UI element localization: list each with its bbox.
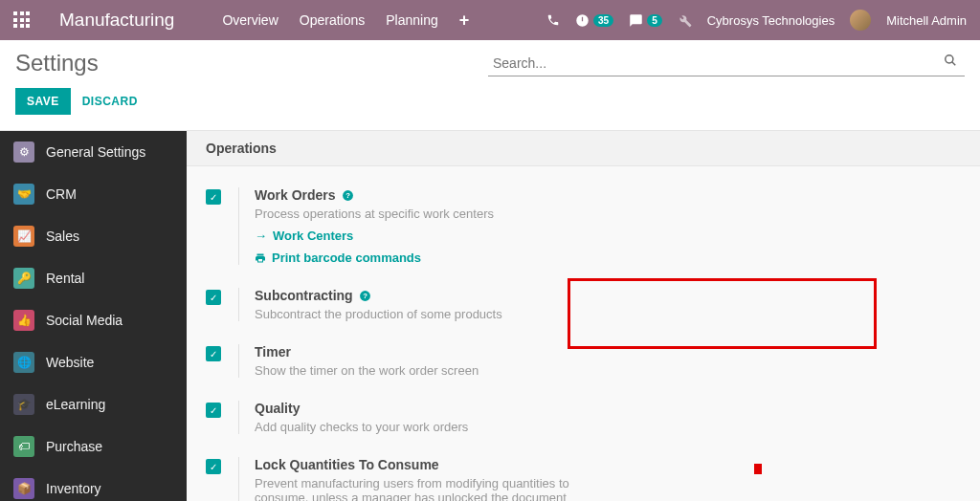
setting-desc: Prevent manufacturing users from modifyi…: [255, 476, 579, 501]
save-button[interactable]: SAVE: [15, 88, 71, 115]
help-icon[interactable]: ?: [359, 290, 371, 302]
nav-planning[interactable]: Planning: [386, 12, 438, 28]
setting-subcontracting: ✓ Subcontracting ? Subcontract the produ…: [206, 276, 589, 333]
sidebar-item-label: Inventory: [46, 481, 101, 496]
setting-desc: Process operations at specific work cent…: [255, 207, 494, 221]
activities-icon[interactable]: 35: [575, 13, 613, 28]
sidebar-item-label: eLearning: [46, 397, 105, 412]
link-print-barcode[interactable]: Print barcode commands: [255, 250, 494, 265]
svg-point-0: [946, 54, 953, 62]
sidebar-item-label: Sales: [46, 229, 79, 244]
settings-grid: ✓ Work Orders ? Process operations at sp…: [187, 166, 980, 501]
thumbs-up-icon: 👍: [13, 310, 34, 331]
settings-sidebar: ⚙ General Settings 🤝 CRM 📈 Sales 🔑 Renta…: [0, 131, 187, 501]
search-icon[interactable]: [944, 54, 957, 67]
messages-icon[interactable]: 5: [629, 13, 662, 28]
section-header-operations: Operations: [187, 131, 980, 166]
action-bar: SAVE DISCARD: [0, 80, 980, 131]
sidebar-item-inventory[interactable]: 📦 Inventory: [0, 468, 187, 501]
setting-title: Timer: [255, 344, 291, 359]
setting-title: Subcontracting: [255, 288, 353, 303]
setting-timer: ✓ Timer Show the timer on the work order…: [206, 333, 589, 389]
control-panel: Settings: [0, 40, 980, 80]
setting-desc: Add quality checks to your work orders: [255, 420, 468, 434]
settings-quick-icon[interactable]: [678, 13, 692, 28]
setting-title: Work Orders: [255, 187, 336, 203]
sidebar-item-label: Website: [46, 355, 94, 370]
messages-badge: 5: [647, 14, 662, 27]
setting-quality: ✓ Quality Add quality checks to your wor…: [206, 389, 589, 446]
sidebar-item-social-media[interactable]: 👍 Social Media: [0, 299, 187, 341]
body-area: ⚙ General Settings 🤝 CRM 📈 Sales 🔑 Renta…: [0, 131, 980, 501]
activities-badge: 35: [593, 14, 613, 27]
svg-text:?: ?: [345, 191, 350, 200]
setting-desc: Show the timer on the work order screen: [255, 363, 479, 378]
setting-title: Quality: [255, 401, 300, 416]
checkbox-work-orders[interactable]: ✓: [206, 189, 221, 205]
sidebar-item-elearning[interactable]: 🎓 eLearning: [0, 383, 187, 425]
discard-button[interactable]: DISCARD: [82, 95, 138, 108]
page-title: Settings: [15, 50, 99, 76]
key-icon: 🔑: [13, 268, 34, 289]
search-input[interactable]: [488, 51, 965, 76]
tag-icon: 🏷: [13, 436, 34, 457]
user-avatar[interactable]: [850, 10, 871, 31]
box-icon: 📦: [13, 478, 34, 499]
top-navbar: Manufacturing Overview Operations Planni…: [0, 0, 980, 40]
sidebar-item-crm[interactable]: 🤝 CRM: [0, 173, 187, 215]
handshake-icon: 🤝: [13, 184, 34, 205]
sidebar-item-label: Purchase: [46, 439, 102, 454]
nav-overview[interactable]: Overview: [222, 12, 278, 28]
setting-desc: Subcontract the production of some produ…: [255, 307, 502, 321]
checkbox-lock-quantities[interactable]: ✓: [206, 459, 221, 474]
phone-icon[interactable]: [546, 13, 560, 27]
sidebar-item-sales[interactable]: 📈 Sales: [0, 215, 187, 257]
app-brand[interactable]: Manufacturing: [59, 10, 174, 31]
setting-work-orders: ✓ Work Orders ? Process operations at sp…: [206, 176, 589, 276]
company-name[interactable]: Cybrosys Technologies: [707, 13, 835, 28]
cursor-annotation: [754, 464, 762, 474]
checkbox-quality[interactable]: ✓: [206, 403, 221, 418]
setting-lock-quantities: ✓ Lock Quantities To Consume Prevent man…: [206, 446, 589, 501]
sidebar-item-general-settings[interactable]: ⚙ General Settings: [0, 131, 187, 173]
graduation-icon: 🎓: [13, 394, 34, 415]
setting-title: Lock Quantities To Consume: [255, 457, 439, 472]
print-icon: [255, 252, 266, 264]
sidebar-item-label: General Settings: [46, 144, 145, 160]
svg-line-1: [952, 61, 956, 65]
globe-icon: 🌐: [13, 352, 34, 373]
checkbox-timer[interactable]: ✓: [206, 346, 221, 361]
nav-operations[interactable]: Operations: [300, 12, 365, 28]
sidebar-item-label: CRM: [46, 186, 77, 202]
sidebar-item-label: Social Media: [46, 313, 122, 328]
nav-new-icon[interactable]: +: [459, 11, 470, 31]
sidebar-item-purchase[interactable]: 🏷 Purchase: [0, 425, 187, 468]
gear-icon: ⚙: [13, 142, 34, 163]
link-work-centers[interactable]: → Work Centers: [255, 229, 494, 243]
chart-icon: 📈: [13, 226, 34, 247]
checkbox-subcontracting[interactable]: ✓: [206, 290, 221, 305]
arrow-right-icon: →: [255, 229, 267, 243]
apps-grid-icon[interactable]: [13, 11, 31, 29]
svg-text:?: ?: [363, 292, 368, 300]
sidebar-item-label: Rental: [46, 271, 84, 286]
settings-content: Operations ✓ Work Orders ? Process opera…: [187, 131, 980, 501]
search-container: [488, 51, 965, 76]
sidebar-item-website[interactable]: 🌐 Website: [0, 341, 187, 383]
user-name[interactable]: Mitchell Admin: [886, 13, 967, 28]
help-icon[interactable]: ?: [342, 189, 354, 202]
sidebar-item-rental[interactable]: 🔑 Rental: [0, 257, 187, 299]
topbar-right: 35 5 Cybrosys Technologies Mitchell Admi…: [546, 10, 967, 31]
